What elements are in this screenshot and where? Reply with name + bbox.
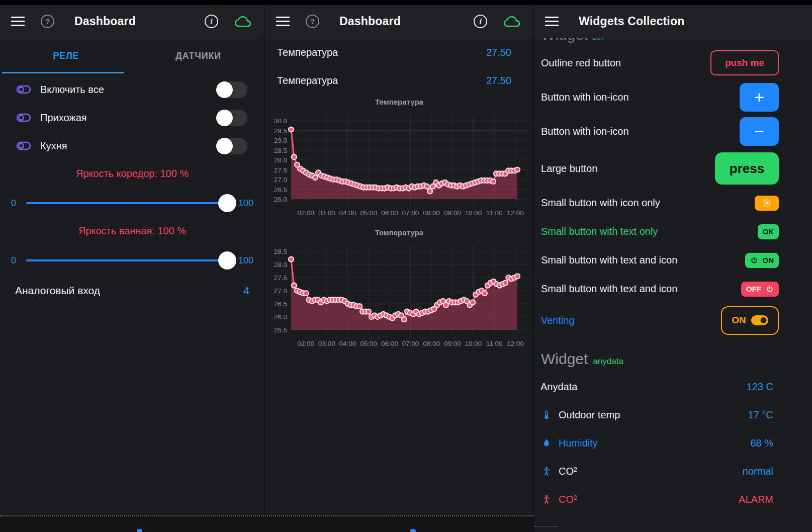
- page-title: Dashboard: [339, 15, 401, 28]
- sun-button[interactable]: [755, 196, 779, 211]
- tab-sensors[interactable]: ДАТЧИКИ: [132, 38, 264, 73]
- hamburger-icon[interactable]: [11, 17, 25, 26]
- temperature-chart-2: 28.528.027.527.026.526.025.502:0003:0004…: [265, 239, 533, 354]
- widget-label: Button with ion-icon: [541, 126, 740, 137]
- data-label: Humidity: [559, 437, 750, 449]
- svg-text:28.5: 28.5: [274, 248, 287, 255]
- slider-track[interactable]: [26, 193, 233, 213]
- active-tab-underline: [2, 72, 124, 73]
- svg-text:27.5: 27.5: [274, 166, 287, 174]
- sensor-label: Температура: [277, 75, 486, 86]
- svg-text:12:00: 12:00: [507, 340, 524, 347]
- svg-text:10:00: 10:00: [465, 340, 482, 347]
- svg-text:05:00: 05:00: [360, 209, 377, 217]
- svg-text:07:00: 07:00: [402, 209, 419, 217]
- widget-row: Venting ON: [534, 303, 812, 337]
- slider-thumb[interactable]: [218, 251, 236, 270]
- person-icon: [540, 465, 553, 477]
- data-value: 68 %: [750, 437, 773, 449]
- page-title: Dashboard: [74, 15, 136, 28]
- on-button[interactable]: ON: [745, 253, 779, 268]
- svg-text:02:00: 02:00: [297, 340, 314, 347]
- toggle-icon: [16, 141, 31, 151]
- page-title: Widgets Collection: [579, 15, 684, 28]
- switch-row: Включить все: [0, 75, 264, 104]
- tab-relays[interactable]: РЕЛЕ: [0, 38, 132, 73]
- svg-text:06:00: 06:00: [381, 340, 398, 347]
- chart-title: Температура: [265, 98, 533, 109]
- widget-row: Small button with icon only: [534, 189, 812, 217]
- data-value: normal: [743, 466, 773, 477]
- thermometer-icon: [540, 409, 553, 421]
- svg-text:28.0: 28.0: [274, 261, 287, 269]
- press-button[interactable]: press: [715, 152, 779, 185]
- hamburger-icon[interactable]: [276, 17, 290, 26]
- appbar-right: Widgets Collection: [534, 5, 812, 38]
- widget-row: Outline red button push me: [534, 46, 812, 80]
- info-circle-icon[interactable]: i: [205, 15, 218, 28]
- sensor-value-row: Температура 27.50: [265, 38, 533, 66]
- off-button[interactable]: OFF: [741, 282, 779, 297]
- svg-text:08:00: 08:00: [423, 340, 440, 347]
- droplet-icon: [540, 437, 553, 449]
- svg-text:27.5: 27.5: [274, 274, 287, 282]
- widget-label: Small button with text only: [541, 226, 758, 237]
- data-row: Anydata 123 C: [534, 373, 812, 401]
- widget-label: Small button with icon only: [541, 197, 755, 209]
- clipped-widget-peek: [137, 529, 142, 532]
- widget-row: Button with ion-icon +: [534, 80, 812, 114]
- widget-label: Outline red button: [541, 57, 710, 69]
- svg-text:29.0: 29.0: [274, 137, 287, 144]
- svg-text:10:00: 10:00: [465, 209, 482, 217]
- venting-toggle-button[interactable]: ON: [721, 306, 779, 335]
- svg-text:28.0: 28.0: [274, 156, 287, 164]
- scroll-edge-strip: [0, 515, 533, 532]
- svg-text:26.0: 26.0: [274, 196, 287, 203]
- switch-label: Кухня: [40, 140, 216, 152]
- data-row: Humidity 68 %: [534, 429, 812, 457]
- slider-thumb[interactable]: [218, 194, 236, 212]
- svg-text:09:00: 09:00: [444, 340, 461, 347]
- help-circle-icon[interactable]: ?: [41, 15, 54, 28]
- data-label: Anydata: [540, 381, 747, 393]
- cloud-icon: [233, 15, 253, 29]
- data-value: 17 °C: [748, 409, 773, 421]
- switch-hallway[interactable]: [216, 110, 247, 126]
- person-icon: [540, 493, 553, 505]
- help-circle-icon[interactable]: ?: [306, 15, 319, 28]
- plus-button[interactable]: +: [740, 83, 779, 112]
- slider-track[interactable]: [26, 250, 233, 271]
- widget-label: Button with ion-icon: [541, 92, 740, 103]
- slider-min-label: 0: [11, 198, 21, 209]
- data-row: Outdoor temp 17 °C: [534, 401, 812, 429]
- power-icon: [766, 285, 774, 293]
- sensor-label: Температура: [277, 47, 486, 58]
- toggle-icon: [16, 113, 31, 123]
- switch-kitchen[interactable]: [216, 138, 247, 154]
- svg-text:26.0: 26.0: [274, 313, 287, 321]
- switch-label: Прихожая: [40, 112, 216, 124]
- clipped-widget-peek: [410, 529, 416, 532]
- minus-button[interactable]: −: [740, 117, 779, 146]
- status-bar: [0, 0, 812, 5]
- push-me-button[interactable]: push me: [710, 50, 779, 75]
- slider-max-label: 100: [238, 255, 253, 266]
- data-value: ALARM: [739, 494, 773, 505]
- svg-text:12:00: 12:00: [507, 209, 524, 217]
- cloud-icon: [502, 15, 522, 29]
- switch-all[interactable]: [216, 81, 247, 98]
- widget-label: Venting: [541, 315, 721, 326]
- svg-text:11:00: 11:00: [486, 209, 503, 217]
- tab-bar: РЕЛЕ ДАТЧИКИ: [0, 38, 264, 73]
- hamburger-icon[interactable]: [545, 17, 559, 26]
- widget-row: Button with ion-icon −: [534, 114, 812, 148]
- svg-text:11:00: 11:00: [486, 340, 503, 347]
- data-label: CO²: [559, 466, 743, 477]
- widget-row: Small button with text only OK: [534, 217, 812, 246]
- ok-button[interactable]: OK: [758, 224, 779, 239]
- svg-text:25.5: 25.5: [274, 326, 287, 334]
- widget-row: Small button with text and icon OFF: [534, 275, 812, 303]
- info-circle-icon[interactable]: i: [474, 15, 487, 28]
- svg-text:04:00: 04:00: [339, 209, 356, 217]
- svg-text:29.5: 29.5: [274, 127, 287, 135]
